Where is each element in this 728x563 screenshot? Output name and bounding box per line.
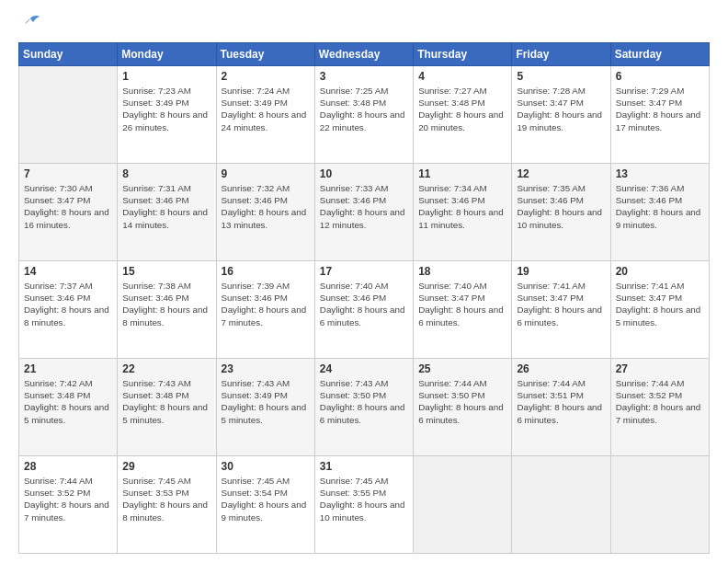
calendar-cell: 22Sunrise: 7:43 AMSunset: 3:48 PMDayligh… <box>118 359 216 456</box>
calendar-cell: 4Sunrise: 7:27 AMSunset: 3:48 PMDaylight… <box>414 66 512 164</box>
day-info: Sunrise: 7:44 AMSunset: 3:52 PMDaylight:… <box>616 377 704 426</box>
calendar-cell: 21Sunrise: 7:42 AMSunset: 3:48 PMDayligh… <box>19 359 118 456</box>
day-info: Sunrise: 7:41 AMSunset: 3:47 PMDaylight:… <box>517 280 605 328</box>
day-number: 16 <box>222 265 310 278</box>
day-info: Sunrise: 7:37 AMSunset: 3:46 PMDaylight:… <box>24 280 112 328</box>
day-info: Sunrise: 7:45 AMSunset: 3:55 PMDaylight:… <box>320 475 408 523</box>
day-info: Sunrise: 7:25 AMSunset: 3:48 PMDaylight:… <box>320 85 408 133</box>
day-number: 24 <box>320 362 408 375</box>
day-number: 25 <box>418 362 506 375</box>
day-number: 7 <box>24 167 112 180</box>
day-info: Sunrise: 7:43 AMSunset: 3:50 PMDaylight:… <box>320 377 408 426</box>
day-info: Sunrise: 7:23 AMSunset: 3:49 PMDaylight:… <box>122 85 210 133</box>
day-info: Sunrise: 7:35 AMSunset: 3:46 PMDaylight:… <box>517 182 605 231</box>
logo-bird-icon <box>20 15 40 35</box>
col-header-thursday: Thursday <box>414 43 512 66</box>
day-info: Sunrise: 7:44 AMSunset: 3:51 PMDaylight:… <box>517 377 605 426</box>
calendar-cell: 12Sunrise: 7:35 AMSunset: 3:46 PMDayligh… <box>512 164 610 261</box>
day-info: Sunrise: 7:28 AMSunset: 3:47 PMDaylight:… <box>517 85 605 133</box>
day-info: Sunrise: 7:42 AMSunset: 3:48 PMDaylight:… <box>24 377 112 426</box>
col-header-sunday: Sunday <box>19 43 118 66</box>
calendar-cell: 31Sunrise: 7:45 AMSunset: 3:55 PMDayligh… <box>314 456 413 554</box>
day-info: Sunrise: 7:29 AMSunset: 3:47 PMDaylight:… <box>616 85 704 133</box>
day-info: Sunrise: 7:24 AMSunset: 3:49 PMDaylight:… <box>222 85 310 133</box>
calendar-cell: 20Sunrise: 7:41 AMSunset: 3:47 PMDayligh… <box>610 261 709 359</box>
calendar-cell: 19Sunrise: 7:41 AMSunset: 3:47 PMDayligh… <box>512 261 610 359</box>
calendar-cell <box>512 456 610 554</box>
calendar-cell: 1Sunrise: 7:23 AMSunset: 3:49 PMDaylight… <box>118 66 216 164</box>
day-info: Sunrise: 7:34 AMSunset: 3:46 PMDaylight:… <box>418 182 506 231</box>
day-number: 9 <box>222 167 310 180</box>
day-number: 21 <box>24 362 112 375</box>
day-number: 30 <box>222 460 310 473</box>
calendar-cell: 30Sunrise: 7:45 AMSunset: 3:54 PMDayligh… <box>216 456 314 554</box>
day-number: 2 <box>222 70 310 83</box>
calendar-week-4: 28Sunrise: 7:44 AMSunset: 3:52 PMDayligh… <box>19 456 710 554</box>
calendar-cell <box>610 456 709 554</box>
calendar-cell: 26Sunrise: 7:44 AMSunset: 3:51 PMDayligh… <box>512 359 610 456</box>
calendar-cell: 7Sunrise: 7:30 AMSunset: 3:47 PMDaylight… <box>19 164 118 261</box>
calendar-cell: 29Sunrise: 7:45 AMSunset: 3:53 PMDayligh… <box>118 456 216 554</box>
calendar-cell <box>19 66 118 164</box>
calendar-cell: 16Sunrise: 7:39 AMSunset: 3:46 PMDayligh… <box>216 261 314 359</box>
calendar-cell: 11Sunrise: 7:34 AMSunset: 3:46 PMDayligh… <box>414 164 512 261</box>
calendar-cell <box>414 456 512 554</box>
col-header-tuesday: Tuesday <box>216 43 314 66</box>
day-number: 14 <box>24 265 112 278</box>
calendar-cell: 27Sunrise: 7:44 AMSunset: 3:52 PMDayligh… <box>610 359 709 456</box>
day-info: Sunrise: 7:45 AMSunset: 3:53 PMDaylight:… <box>122 475 210 523</box>
calendar-cell: 17Sunrise: 7:40 AMSunset: 3:46 PMDayligh… <box>314 261 413 359</box>
calendar-cell: 15Sunrise: 7:38 AMSunset: 3:46 PMDayligh… <box>118 261 216 359</box>
day-info: Sunrise: 7:44 AMSunset: 3:52 PMDaylight:… <box>24 475 112 523</box>
day-number: 29 <box>122 460 210 473</box>
day-info: Sunrise: 7:33 AMSunset: 3:46 PMDaylight:… <box>320 182 408 231</box>
calendar-cell: 28Sunrise: 7:44 AMSunset: 3:52 PMDayligh… <box>19 456 118 554</box>
calendar-cell: 2Sunrise: 7:24 AMSunset: 3:49 PMDaylight… <box>216 66 314 164</box>
page: SundayMondayTuesdayWednesdayThursdayFrid… <box>0 0 728 563</box>
col-header-saturday: Saturday <box>610 43 709 66</box>
day-number: 3 <box>320 70 408 83</box>
calendar-cell: 18Sunrise: 7:40 AMSunset: 3:47 PMDayligh… <box>414 261 512 359</box>
day-info: Sunrise: 7:45 AMSunset: 3:54 PMDaylight:… <box>222 475 310 523</box>
calendar-week-3: 21Sunrise: 7:42 AMSunset: 3:48 PMDayligh… <box>19 359 710 456</box>
calendar-header-row: SundayMondayTuesdayWednesdayThursdayFrid… <box>19 43 710 66</box>
day-number: 4 <box>418 70 506 83</box>
calendar-cell: 9Sunrise: 7:32 AMSunset: 3:46 PMDaylight… <box>216 164 314 261</box>
calendar-cell: 23Sunrise: 7:43 AMSunset: 3:49 PMDayligh… <box>216 359 314 456</box>
day-number: 12 <box>517 167 605 180</box>
day-info: Sunrise: 7:27 AMSunset: 3:48 PMDaylight:… <box>418 85 506 133</box>
day-number: 18 <box>418 265 506 278</box>
calendar-week-1: 7Sunrise: 7:30 AMSunset: 3:47 PMDaylight… <box>19 164 710 261</box>
day-info: Sunrise: 7:44 AMSunset: 3:50 PMDaylight:… <box>418 377 506 426</box>
day-info: Sunrise: 7:31 AMSunset: 3:46 PMDaylight:… <box>122 182 210 231</box>
calendar-cell: 24Sunrise: 7:43 AMSunset: 3:50 PMDayligh… <box>314 359 413 456</box>
calendar-cell: 14Sunrise: 7:37 AMSunset: 3:46 PMDayligh… <box>19 261 118 359</box>
calendar-cell: 5Sunrise: 7:28 AMSunset: 3:47 PMDaylight… <box>512 66 610 164</box>
day-number: 17 <box>320 265 408 278</box>
calendar-cell: 8Sunrise: 7:31 AMSunset: 3:46 PMDaylight… <box>118 164 216 261</box>
calendar-cell: 3Sunrise: 7:25 AMSunset: 3:48 PMDaylight… <box>314 66 413 164</box>
day-number: 1 <box>122 70 210 83</box>
day-number: 6 <box>616 70 704 83</box>
day-info: Sunrise: 7:40 AMSunset: 3:46 PMDaylight:… <box>320 280 408 328</box>
header <box>18 15 710 35</box>
day-number: 26 <box>517 362 605 375</box>
day-info: Sunrise: 7:30 AMSunset: 3:47 PMDaylight:… <box>24 182 112 231</box>
day-number: 31 <box>320 460 408 473</box>
day-info: Sunrise: 7:43 AMSunset: 3:49 PMDaylight:… <box>222 377 310 426</box>
calendar-cell: 25Sunrise: 7:44 AMSunset: 3:50 PMDayligh… <box>414 359 512 456</box>
day-number: 15 <box>122 265 210 278</box>
col-header-friday: Friday <box>512 43 610 66</box>
day-number: 11 <box>418 167 506 180</box>
day-number: 19 <box>517 265 605 278</box>
day-info: Sunrise: 7:38 AMSunset: 3:46 PMDaylight:… <box>122 280 210 328</box>
day-info: Sunrise: 7:40 AMSunset: 3:47 PMDaylight:… <box>418 280 506 328</box>
calendar-table: SundayMondayTuesdayWednesdayThursdayFrid… <box>18 42 710 554</box>
day-info: Sunrise: 7:43 AMSunset: 3:48 PMDaylight:… <box>122 377 210 426</box>
calendar-cell: 6Sunrise: 7:29 AMSunset: 3:47 PMDaylight… <box>610 66 709 164</box>
day-info: Sunrise: 7:32 AMSunset: 3:46 PMDaylight:… <box>222 182 310 231</box>
day-number: 22 <box>122 362 210 375</box>
logo <box>18 15 40 35</box>
calendar-week-2: 14Sunrise: 7:37 AMSunset: 3:46 PMDayligh… <box>19 261 710 359</box>
day-info: Sunrise: 7:39 AMSunset: 3:46 PMDaylight:… <box>222 280 310 328</box>
